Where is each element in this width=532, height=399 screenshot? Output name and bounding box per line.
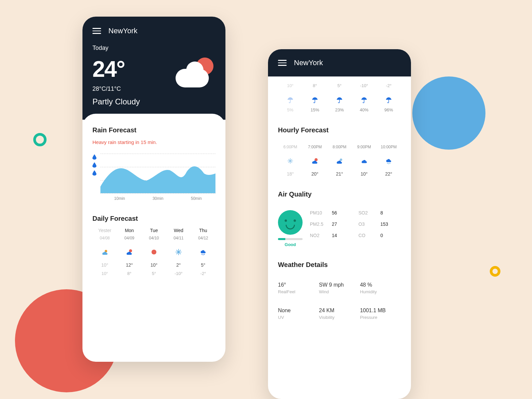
hour-column[interactable]: 10:00PM xyxy=(376,145,401,149)
rain-level-icons xyxy=(92,154,96,201)
raindrop-icon xyxy=(92,162,96,168)
aq-metric: PM2.5 27 xyxy=(310,221,352,227)
hi-lo-temp: 28°C/11°C xyxy=(92,85,140,92)
precip-percent: 5% xyxy=(278,107,303,112)
menu-icon[interactable] xyxy=(278,60,287,66)
day-date: 04/11 xyxy=(166,236,191,240)
hi-temp: 12° xyxy=(117,262,142,268)
detail-item: 16° RealFeel xyxy=(278,282,319,294)
svg-point-7 xyxy=(201,254,202,255)
hour-temp: 18° xyxy=(278,171,303,177)
app-header: NewYork xyxy=(268,49,411,76)
svg-point-2 xyxy=(152,250,157,255)
hour-temp: 10° xyxy=(352,171,376,177)
detail-item: None UV xyxy=(278,308,319,320)
lo-temp: 10° xyxy=(278,83,303,88)
current-condition: Partly Cloudy xyxy=(92,97,140,106)
daily-precip-row: 5% 15% 23% 40% 96% xyxy=(278,96,401,112)
city-title: NewYork xyxy=(294,59,323,67)
aq-metric-key: PM10 xyxy=(310,210,326,215)
menu-icon[interactable] xyxy=(92,28,101,34)
lo-temp: 10° xyxy=(92,271,117,276)
day-column[interactable]: Tue xyxy=(142,228,166,233)
day-column[interactable]: Yester xyxy=(92,228,117,233)
weather-icon xyxy=(352,156,376,166)
x-tick: 50min xyxy=(191,196,202,201)
hi-temp: 2° xyxy=(166,262,191,268)
hour-column[interactable]: 7:00PM xyxy=(303,145,327,149)
raindrop-icon xyxy=(92,170,96,176)
daily-forecast-title: Daily Forecast xyxy=(92,215,215,222)
weather-icon xyxy=(327,156,352,166)
weather-details-title: Weather Details xyxy=(278,261,401,269)
detail-label: Visibility xyxy=(319,315,360,320)
hi-temp: 10° xyxy=(92,262,117,268)
detail-value: 24 KM xyxy=(319,308,360,314)
aq-metric-value: 56 xyxy=(332,210,337,215)
precip-column[interactable]: 96% xyxy=(376,96,401,112)
bg-circle-blue xyxy=(412,76,485,150)
lo-temp: -10° xyxy=(352,83,376,88)
aq-metric-key: CO xyxy=(358,233,374,238)
air-quality-badge: Good xyxy=(278,210,303,247)
today-readout: 24° 28°C/11°C Partly Cloudy xyxy=(92,58,140,106)
hi-temp: 10° xyxy=(142,262,166,268)
x-tick: 30min xyxy=(153,196,164,201)
weather-icon xyxy=(92,247,117,257)
detail-item: SW 9 mph Wind xyxy=(319,282,360,294)
precip-column[interactable]: 40% xyxy=(352,96,376,112)
precip-column[interactable]: 5% xyxy=(278,96,303,112)
svg-point-16 xyxy=(387,163,388,164)
precip-percent: 23% xyxy=(327,107,352,112)
rain-area-chart xyxy=(100,154,215,194)
weather-details-grid: 16° RealFeel SW 9 mph Wind 48 % Humidity… xyxy=(278,282,401,320)
weather-icon xyxy=(166,247,191,257)
rain-alert: Heavy rain starting in 15 min. xyxy=(92,139,215,145)
hourly-forecast-title: Hourly Forecast xyxy=(278,126,401,134)
air-quality-title: Air Quality xyxy=(278,191,401,198)
svg-point-8 xyxy=(203,254,203,255)
precip-column[interactable]: 23% xyxy=(327,96,352,112)
aq-metric: NO2 14 xyxy=(310,233,352,238)
lo-temp: 5° xyxy=(142,271,166,276)
raindrop-icon xyxy=(92,154,96,160)
detail-item: 1001.1 MB Pressure xyxy=(360,308,401,320)
content-scroller[interactable]: 10°8°5°-10°-2° 5% 15% 23% 40% 96% Hourly… xyxy=(268,76,411,327)
weather-icon xyxy=(191,247,215,257)
hour-column[interactable]: 8:00PM xyxy=(327,145,352,149)
hourly-forecast-grid: 6:00PM7:00PM8:00PM9:00PM10:00PM18°20°21°… xyxy=(278,145,401,177)
detail-label: UV xyxy=(278,315,319,320)
weather-icon xyxy=(376,156,401,166)
app-header: NewYork Today 24° 28°C/11°C Partly Cloud… xyxy=(82,17,225,120)
aq-metric-key: O3 xyxy=(358,221,374,227)
detail-label: Wind xyxy=(319,289,360,294)
detail-label: RealFeel xyxy=(278,289,319,294)
umbrella-icon xyxy=(278,96,303,104)
hi-temp: 5° xyxy=(191,262,215,268)
aq-metric: CO 0 xyxy=(358,233,401,238)
content-scroller[interactable]: Rain Forecast Heavy rain starting in 15 … xyxy=(82,114,225,283)
daily-forecast-grid: YesterMonTueWedThu04/0804/0904/1004/1104… xyxy=(92,228,215,276)
umbrella-icon xyxy=(376,96,401,104)
lo-temp: -10° xyxy=(166,271,191,276)
umbrella-icon xyxy=(327,96,352,104)
detail-item: 24 KM Visibility xyxy=(319,308,360,320)
hour-column[interactable]: 6:00PM xyxy=(278,145,303,149)
lo-temp: 5° xyxy=(327,83,352,88)
umbrella-icon xyxy=(303,96,327,104)
aq-metric-value: 27 xyxy=(332,221,337,227)
detail-value: None xyxy=(278,308,319,314)
precip-column[interactable]: 15% xyxy=(303,96,327,112)
lo-temp: 8° xyxy=(303,83,327,88)
aq-metric-value: 8 xyxy=(380,210,383,215)
hour-column[interactable]: 9:00PM xyxy=(352,145,376,149)
day-column[interactable]: Mon xyxy=(117,228,142,233)
smiley-icon xyxy=(278,210,303,235)
day-column[interactable]: Thu xyxy=(191,228,215,233)
air-quality-status: Good xyxy=(278,242,303,247)
day-column[interactable]: Wed xyxy=(166,228,191,233)
precip-percent: 96% xyxy=(376,107,401,112)
air-quality-meter xyxy=(278,238,303,240)
bg-ring-yellow xyxy=(490,266,500,277)
umbrella-icon xyxy=(352,96,376,104)
